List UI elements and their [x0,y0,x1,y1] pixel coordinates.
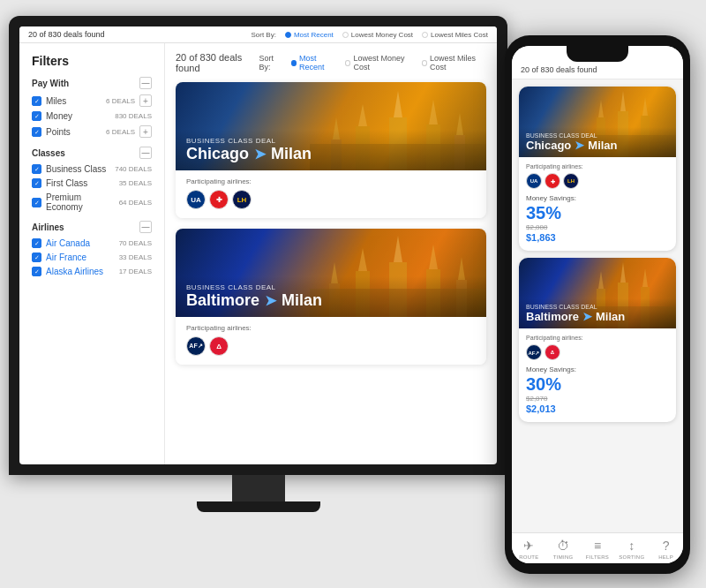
filter-section-pay-with-collapse[interactable]: — [139,77,152,89]
sort-lowest-miles[interactable]: Lowest Miles Cost [422,31,488,39]
phone-savings-label-1: Money Savings: [526,194,669,202]
filter-alaska[interactable]: Alaska Airlines 17 DEALS [32,267,152,276]
phone-nav-help-icon: ? [663,539,670,553]
phone-logo-af: AF↗ [526,344,542,360]
deal-origin-chicago: Chicago [186,145,249,163]
logo-airfrance: AF↗ [186,336,206,356]
deal-route-chicago-milan: Chicago ➤ Milan [186,145,476,163]
deal-card-chicago-milan[interactable]: Business Class Deal Chicago ➤ Milan Par [176,82,486,218]
sort-lowest-money[interactable]: Lowest Money Cost [342,31,413,39]
main-sort-recent[interactable]: Most Recent [291,54,338,72]
filter-first[interactable]: First Class 35 DEALS [32,178,152,188]
deal-dest-milan-1: Milan [271,145,312,163]
phone-savings-pct-1: 35% [526,204,669,222]
filter-miles[interactable]: Miles 6 DEALS + [32,94,152,107]
phone-nav-timing[interactable]: ⏱ TIMING [546,539,581,560]
monitor-top-bar: 20 of 830 deals found Sort By: Most Rece… [19,26,497,43]
phone-logos-2: AF↗ Δ [526,344,669,360]
monitor-deals-count: 20 of 830 deals found [28,30,105,39]
phone-discounted-price-2: $2,013 [526,403,669,414]
main-content: 20 of 830 deals found Sort By: Most Rece… [165,43,497,464]
deal-dest-milan-2: Milan [282,291,322,310]
main-sort-money[interactable]: Lowest Money Cost [345,54,415,72]
phone-deal-overlay-1: Business Class Deal Chicago ➤ Milan [519,127,676,157]
filter-section-classes-collapse[interactable]: — [139,147,152,159]
phone-original-price-2: $2,878 [526,395,669,403]
filter-section-pay-with-header: Pay With — [32,77,152,89]
filter-air-france-check[interactable] [32,253,41,262]
svg-marker-0 [394,91,402,117]
filter-first-check[interactable] [32,178,41,188]
phone-logo-sw: ✚ [545,173,560,189]
phone-savings-label-2: Money Savings: [526,366,669,373]
filter-points[interactable]: Points 6 DEALS + [32,125,152,138]
deal-overlay-baltimore-milan: Business Class Deal Baltimore ➤ Milan [176,276,486,317]
phone-participating-1: Participating airlines: [526,163,669,170]
phone-arrow-2: ➤ [582,310,592,323]
filter-section-airlines-header: Airlines — [32,221,152,233]
deal-overlay-chicago-milan: Business Class Deal Chicago ➤ Milan [176,130,486,170]
airline-logos-1: UA ✚ LH [186,190,476,209]
phone-nav-timing-icon: ⏱ [557,539,569,553]
monitor-neck [232,475,285,501]
logo-united: UA [186,190,206,209]
deal-origin-baltimore: Baltimore [186,291,259,310]
filter-money[interactable]: Money 830 DEALS [32,111,152,121]
monitor-sort-bar: Sort By: Most Recent Lowest Money Cost L… [251,31,488,39]
filter-air-france[interactable]: Air France 33 DEALS [32,253,152,262]
phone-deal-image-chicago: Business Class Deal Chicago ➤ Milan [519,87,676,157]
phone-nav-filters-label: FILTERS [586,554,609,560]
svg-marker-31 [598,271,604,289]
radio-lowest-miles [422,32,428,38]
filter-alaska-check[interactable] [32,267,41,276]
svg-marker-11 [394,236,402,262]
phone-screen: 20 of 830 deals found [512,46,683,563]
phone-deal-image-baltimore: Business Class Deal Baltimore ➤ Milan [519,258,676,328]
sort-most-recent[interactable]: Most Recent [285,31,334,39]
phone-nav-route-label: ROUTE [519,554,539,560]
phone-deal-route-2: Baltimore ➤ Milan [526,310,669,323]
phone-nav-route-icon: ✈ [523,539,534,553]
svg-marker-22 [620,91,626,111]
phone-nav-sorting[interactable]: ↕ SORTING [614,539,649,560]
filter-points-add[interactable]: + [139,125,152,138]
monitor: 20 of 830 deals found Sort By: Most Rece… [9,16,507,528]
deal-route-baltimore-milan: Baltimore ➤ Milan [186,291,476,310]
logo-swiss: ✚ [209,190,229,209]
deal-card-baltimore-milan[interactable]: Business Class Deal Baltimore ➤ Milan P [176,229,486,365]
phone-logos-1: UA ✚ LH [526,173,669,189]
filter-points-check[interactable] [32,127,41,137]
phone-deal-baltimore-milan[interactable]: Business Class Deal Baltimore ➤ Milan Pa… [519,258,676,422]
deal-arrow-1: ➤ [254,146,266,162]
phone-deals-count: 20 of 830 deals found [521,65,674,74]
phone-deal-overlay-2: Business Class Deal Baltimore ➤ Milan [519,298,676,328]
monitor-sort-label: Sort By: [251,31,275,39]
phone: 20 of 830 deals found [505,35,690,574]
filter-section-airlines-collapse[interactable]: — [139,221,152,233]
phone-deal-class-2: Business Class Deal [526,304,669,310]
filter-air-canada-check[interactable] [32,238,41,248]
main-sort-miles[interactable]: Lowest Miles Cost [422,54,486,72]
phone-nav-filters[interactable]: ≡ FILTERS [581,539,615,560]
phone-nav-route[interactable]: ✈ ROUTE [512,539,546,560]
filter-miles-check[interactable] [32,96,41,106]
phone-deal-chicago-milan[interactable]: Business Class Deal Chicago ➤ Milan Part… [519,87,676,251]
deal-class-baltimore-milan: Business Class Deal [186,283,476,291]
phone-participating-2: Participating airlines: [526,335,669,341]
svg-marker-4 [429,100,438,124]
participating-label-2: Participating airlines: [186,324,476,332]
filter-business-check[interactable] [32,164,41,174]
main-header: 20 of 830 deals found Sort By: Most Rece… [176,52,486,73]
filter-miles-add[interactable]: + [139,94,152,107]
deal-class-chicago-milan: Business Class Deal [186,137,476,145]
filter-business[interactable]: Business Class 740 DEALS [32,164,152,174]
filter-premium-check[interactable] [32,198,41,207]
phone-nav-help[interactable]: ? HELP [649,539,683,560]
filter-premium[interactable]: Premium Economy 64 DEALS [32,192,152,212]
svg-marker-26 [642,97,648,116]
phone-deal-class-1: Business Class Deal [526,132,669,139]
filter-money-check[interactable] [32,111,41,121]
svg-marker-29 [620,262,626,283]
phone-nav-sorting-label: SORTING [619,554,644,560]
filter-air-canada[interactable]: Air Canada 70 DEALS [32,238,152,248]
